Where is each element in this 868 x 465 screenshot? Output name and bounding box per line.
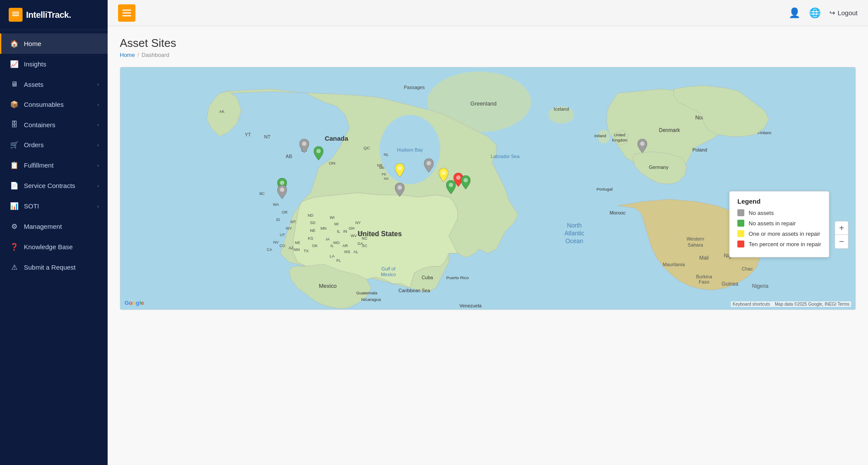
sidebar-item-submit-request[interactable]: ⚠ Submit a Request [0, 257, 108, 277]
svg-text:Mexico: Mexico [381, 272, 396, 277]
zoom-in-button[interactable]: + [835, 221, 848, 235]
svg-text:NV: NV [273, 240, 279, 244]
chevron-icon-soti: › [97, 204, 99, 209]
sidebar-item-orders[interactable]: 🛒 Orders › [0, 135, 108, 155]
google-logo: Google [125, 300, 144, 306]
legend-item-label: No assets in repair [749, 220, 796, 227]
svg-text:NC: NC [362, 236, 368, 241]
map-legend: Legend No assets No assets in repair One… [729, 191, 829, 257]
sidebar-item-insights[interactable]: 📈 Insights [0, 54, 108, 74]
map-pin-pin7[interactable] [395, 183, 404, 196]
breadcrumb-home[interactable]: Home [120, 52, 135, 58]
svg-text:Gulf of: Gulf of [381, 266, 396, 271]
nav-icon-knowledge-base: ❓ [10, 243, 19, 251]
legend-item: No assets [737, 209, 821, 216]
map-pin-pin8[interactable] [439, 168, 448, 181]
sidebar-item-containers[interactable]: 🗄 Containers › [0, 115, 108, 135]
map-pin-pin11[interactable] [461, 175, 470, 188]
svg-text:BC: BC [260, 191, 265, 196]
main-content: 👤 🌐 ↪ Logout Asset Sites Home / Dashboar… [108, 0, 868, 465]
svg-point-106 [280, 181, 284, 185]
svg-point-107 [280, 188, 284, 192]
svg-text:IL: IL [331, 244, 334, 248]
legend-title: Legend [737, 198, 821, 205]
sidebar-item-service-contracts[interactable]: 📄 Service Contracts › [0, 175, 108, 196]
svg-point-109 [427, 161, 431, 165]
nav-icon-assets: 🖥 [10, 80, 19, 88]
svg-text:ID: ID [276, 218, 280, 222]
svg-text:OK: OK [312, 244, 318, 248]
sidebar: IntelliTrack. 🏠 Home 📈 Insights 🖥 Assets… [0, 0, 108, 465]
user-profile-button[interactable]: 👤 [789, 7, 800, 19]
chevron-icon-assets: › [97, 82, 99, 87]
sidebar-item-soti[interactable]: 📊 SOTI › [0, 196, 108, 216]
app-name: IntelliTrack. [26, 10, 71, 20]
breadcrumb-current: Dashboard [141, 52, 169, 58]
svg-text:Portugal: Portugal [596, 187, 612, 191]
map-background[interactable]: Greenland Iceland Canada United States M… [120, 67, 855, 310]
map-pin-pin12[interactable] [638, 139, 647, 152]
svg-text:PE: PE [382, 172, 387, 176]
legend-color-dot [737, 220, 744, 227]
svg-text:AL: AL [354, 250, 358, 254]
svg-text:OR: OR [282, 210, 288, 214]
map-pin-pin6[interactable] [424, 158, 434, 171]
svg-text:NE: NE [310, 228, 315, 233]
nav-label-soti: SOTI [24, 202, 39, 210]
nav-icon-soti: 📊 [10, 202, 19, 210]
svg-text:MT: MT [290, 220, 296, 224]
svg-text:FL: FL [336, 258, 341, 263]
map-pin-pin4[interactable] [277, 185, 287, 198]
svg-point-114 [464, 178, 468, 182]
sidebar-navigation: 🏠 Home 📈 Insights 🖥 Assets › 📦 Consumabl… [0, 30, 108, 465]
svg-text:Ocean: Ocean [566, 237, 583, 244]
nav-label-management: Management [24, 223, 62, 230]
map-pin-pin2[interactable] [299, 139, 309, 152]
svg-text:SD: SD [310, 221, 316, 225]
svg-text:MO: MO [333, 241, 339, 245]
sidebar-item-knowledge-base[interactable]: ❓ Knowledge Base [0, 237, 108, 257]
breadcrumb: Home / Dashboard [120, 52, 856, 58]
svg-text:Denmark: Denmark [659, 127, 680, 133]
sidebar-item-fulfillment[interactable]: 📋 Fulfillment › [0, 155, 108, 175]
user-icon: 👤 [789, 7, 800, 19]
map-container: Greenland Iceland Canada United States M… [120, 67, 856, 310]
svg-text:IN: IN [343, 229, 347, 234]
svg-text:Faso: Faso [699, 279, 709, 284]
map-pin-pin5[interactable] [395, 163, 404, 176]
svg-text:Labrador Sea: Labrador Sea [491, 154, 520, 159]
svg-text:Mauritania: Mauritania [663, 262, 685, 267]
svg-text:ON: ON [329, 161, 335, 165]
svg-text:Atlantic: Atlantic [564, 230, 584, 237]
map-pin-pin10[interactable] [446, 180, 456, 193]
svg-text:AZ: AZ [289, 246, 294, 250]
hamburger-button[interactable] [118, 4, 135, 22]
svg-text:Guatemala: Guatemala [356, 290, 378, 295]
svg-text:IL: IL [337, 229, 340, 234]
nav-label-consumables: Consumables [24, 101, 64, 108]
zoom-out-button[interactable]: − [835, 235, 848, 249]
svg-text:Mexico: Mexico [319, 283, 337, 289]
globe-button[interactable]: 🌐 [809, 7, 821, 19]
sidebar-item-home[interactable]: 🏠 Home [0, 33, 108, 54]
svg-text:CO: CO [279, 244, 285, 248]
sidebar-item-management[interactable]: ⚙ Management [0, 216, 108, 237]
svg-text:NL: NL [384, 152, 388, 157]
chevron-icon-orders: › [97, 142, 99, 148]
svg-text:OH: OH [349, 226, 354, 231]
svg-text:LA: LA [330, 254, 335, 258]
svg-text:Poland: Poland [692, 147, 707, 152]
svg-text:NE: NE [295, 241, 300, 245]
logout-button[interactable]: ↪ Logout [829, 9, 858, 17]
svg-rect-4 [122, 12, 131, 13]
nav-icon-management: ⚙ [10, 222, 19, 231]
svg-text:MN: MN [320, 226, 326, 231]
sidebar-item-consumables[interactable]: 📦 Consumables › [0, 94, 108, 115]
sidebar-item-assets[interactable]: 🖥 Assets › [0, 74, 108, 94]
svg-point-112 [456, 175, 460, 180]
svg-text:Nicaragua: Nicaragua [361, 297, 381, 302]
svg-point-104 [316, 149, 321, 153]
svg-text:AK: AK [219, 109, 224, 114]
map-pin-pin1[interactable] [314, 146, 323, 159]
svg-text:Guinea: Guinea [722, 281, 739, 287]
